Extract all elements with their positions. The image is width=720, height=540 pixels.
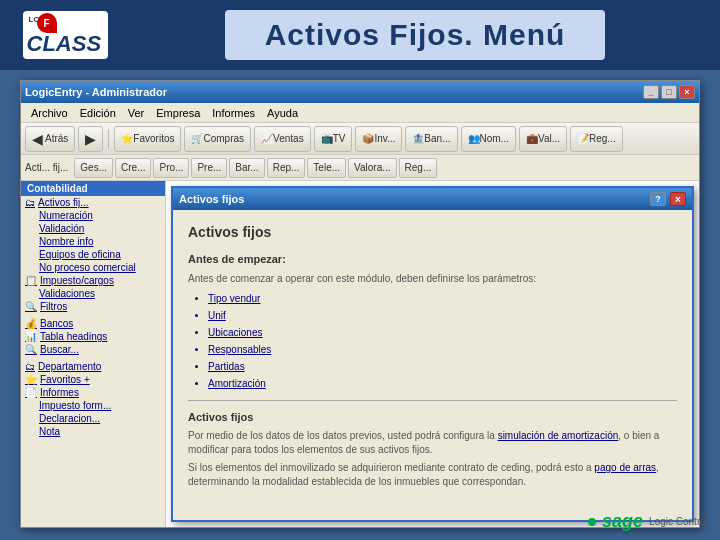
list-item-5[interactable]: Partidas	[208, 358, 677, 375]
menu-empresa[interactable]: Empresa	[150, 105, 206, 121]
sidebar-validacion[interactable]: Validación	[21, 222, 165, 235]
toolbar-favoritos[interactable]: ⭐Favoritos	[114, 126, 181, 152]
sidebar-bancos[interactable]: 💰 Bancos	[21, 317, 165, 330]
link-pago[interactable]: pago de arras	[594, 462, 656, 473]
impuesto-icon: 📋	[25, 275, 37, 286]
list-item-6[interactable]: Amortización	[208, 375, 677, 392]
sidebar-informes[interactable]: 📄 Informes	[21, 386, 165, 399]
menu-archivo[interactable]: Archivo	[25, 105, 74, 121]
tb2-btn6[interactable]: Rep...	[267, 158, 306, 178]
dialog-separator-label: Activos fijos	[188, 409, 677, 426]
sidebar-filtros[interactable]: 🔍 Filtros	[21, 300, 165, 313]
xp-toolbar: ◀Atrás ▶ ⭐Favoritos 🛒Compras 📈Ventas 📺TV…	[21, 123, 699, 155]
dialog-subtitle1: Antes de empezar:	[188, 251, 677, 268]
close-button[interactable]: ×	[679, 85, 695, 99]
tb2-btn5[interactable]: Bar...	[229, 158, 264, 178]
toolbar-forward[interactable]: ▶	[78, 126, 103, 152]
dialog-title: Activos fijos	[179, 193, 244, 205]
sidebar-section-contabilidad[interactable]: Contabilidad	[21, 181, 165, 196]
dialog-titlebar: Activos fijos ? ×	[173, 188, 692, 210]
menu-ver[interactable]: Ver	[122, 105, 151, 121]
link-simulacion[interactable]: simulación de amortización	[498, 430, 619, 441]
bancos-icon: 💰	[25, 318, 37, 329]
dialog-help-button[interactable]: ?	[650, 192, 666, 206]
activos-icon: 🗂	[25, 197, 35, 208]
buscar-icon: 🔍	[25, 344, 37, 355]
logo-box: LOGIC F CLASS	[23, 11, 108, 59]
tb2-btn1[interactable]: Ges...	[74, 158, 113, 178]
toolbar-compras[interactable]: 🛒Compras	[184, 126, 251, 152]
dialog-list: Tipo vendur Unif Ubicaciones Responsable…	[188, 290, 677, 392]
logo-area: LOGIC F CLASS	[10, 5, 120, 65]
xp-content-panel: Activos fijos ? × Activos fijos Antes de…	[166, 181, 699, 527]
sage-subline: Logic Control	[649, 516, 708, 528]
dialog-main-title: Activos fijos	[188, 222, 677, 243]
xp-toolbar2: Acti... fij... Ges... Cre... Pro... Pre.…	[21, 155, 699, 181]
sidebar-nombre[interactable]: Nombre info	[21, 235, 165, 248]
content-area: LogicEntry - Administrador _ □ × Archivo…	[0, 70, 720, 540]
logo-class-text: CLASS	[27, 31, 102, 57]
informes-icon: 📄	[25, 387, 37, 398]
sidebar-depto[interactable]: 🗂 Departamento	[21, 360, 165, 373]
dialog-body2: Si los elementos del inmovilizado se adq…	[188, 461, 677, 489]
sidebar-declaracion[interactable]: Declaracion...	[21, 412, 165, 425]
menu-ayuda[interactable]: Ayuda	[261, 105, 304, 121]
toolbar-sep1	[108, 129, 109, 149]
header-bar: LOGIC F CLASS Activos Fijos. Menú	[0, 0, 720, 70]
toolbar-nomina[interactable]: 👥Nom...	[461, 126, 516, 152]
toolbar-registro[interactable]: 📝Reg...	[570, 126, 623, 152]
tb2-btn4[interactable]: Pre...	[191, 158, 227, 178]
sidebar-noproceso[interactable]: No proceso comercial	[21, 261, 165, 274]
sage-logo: sage Logic Control	[588, 511, 708, 532]
tb2-btn2[interactable]: Cre...	[115, 158, 151, 178]
window-controls: _ □ ×	[643, 85, 695, 99]
logo-f-icon: F	[37, 13, 57, 33]
window-title: LogicEntry - Administrador	[25, 86, 167, 98]
xp-main: Contabilidad 🗂 Activos fij... Numeración…	[21, 181, 699, 527]
minimize-button[interactable]: _	[643, 85, 659, 99]
list-item-2[interactable]: Unif	[208, 307, 677, 324]
tabla-icon: 📊	[25, 331, 37, 342]
sidebar-numeracion[interactable]: Numeración	[21, 209, 165, 222]
tb2-btn8[interactable]: Valora...	[348, 158, 397, 178]
dialog-controls: ? ×	[650, 192, 686, 206]
toolbar-back[interactable]: ◀Atrás	[25, 126, 75, 152]
list-item-1[interactable]: Tipo vendur	[208, 290, 677, 307]
xp-titlebar: LogicEntry - Administrador _ □ ×	[21, 81, 699, 103]
toolbar-bancos[interactable]: 🏦Ban...	[405, 126, 457, 152]
list-item-4[interactable]: Responsables	[208, 341, 677, 358]
toolbar-tv[interactable]: 📺TV	[314, 126, 353, 152]
filtros-icon: 🔍	[25, 301, 37, 312]
maximize-button[interactable]: □	[661, 85, 677, 99]
sidebar-buscar[interactable]: 🔍 Buscar...	[21, 343, 165, 356]
tb2-btn3[interactable]: Pro...	[153, 158, 189, 178]
sidebar-activos[interactable]: 🗂 Activos fij...	[21, 196, 165, 209]
sidebar-nota[interactable]: Nota	[21, 425, 165, 438]
sidebar-impuesto-form[interactable]: Impuesto form...	[21, 399, 165, 412]
sidebar-impuesto[interactable]: 📋 Impuesto/cargos	[21, 274, 165, 287]
dialog-body1: Por medio de los datos de los datos prev…	[188, 429, 677, 457]
menu-edicion[interactable]: Edición	[74, 105, 122, 121]
sage-text: sage	[602, 511, 643, 532]
page-title: Activos Fijos. Menú	[225, 10, 606, 60]
tb2-btn9[interactable]: Reg...	[399, 158, 438, 178]
tb2-btn7[interactable]: Tele...	[307, 158, 346, 178]
sidebar-favoritos[interactable]: ⭐ Favoritos +	[21, 373, 165, 386]
toolbar-ventas[interactable]: 📈Ventas	[254, 126, 311, 152]
sidebar-validaciones[interactable]: Validaciones	[21, 287, 165, 300]
sage-dot-icon	[588, 518, 596, 526]
depto-icon: 🗂	[25, 361, 35, 372]
title-area: Activos Fijos. Menú	[120, 10, 710, 60]
xp-sidebar: Contabilidad 🗂 Activos fij... Numeración…	[21, 181, 166, 527]
sidebar-tabla[interactable]: 📊 Tabla headings	[21, 330, 165, 343]
toolbar2-label: Acti... fij...	[25, 162, 68, 173]
toolbar-tesoreria[interactable]: 💼Val...	[519, 126, 567, 152]
dialog-close-button[interactable]: ×	[670, 192, 686, 206]
xp-window: LogicEntry - Administrador _ □ × Archivo…	[20, 80, 700, 528]
list-item-3[interactable]: Ubicaciones	[208, 324, 677, 341]
toolbar-inventario[interactable]: 📦Inv...	[355, 126, 402, 152]
sidebar-equipos[interactable]: Equipos de oficina	[21, 248, 165, 261]
xp-menubar: Archivo Edición Ver Empresa Informes Ayu…	[21, 103, 699, 123]
favoritos-sidebar-icon: ⭐	[25, 374, 37, 385]
menu-informes[interactable]: Informes	[206, 105, 261, 121]
